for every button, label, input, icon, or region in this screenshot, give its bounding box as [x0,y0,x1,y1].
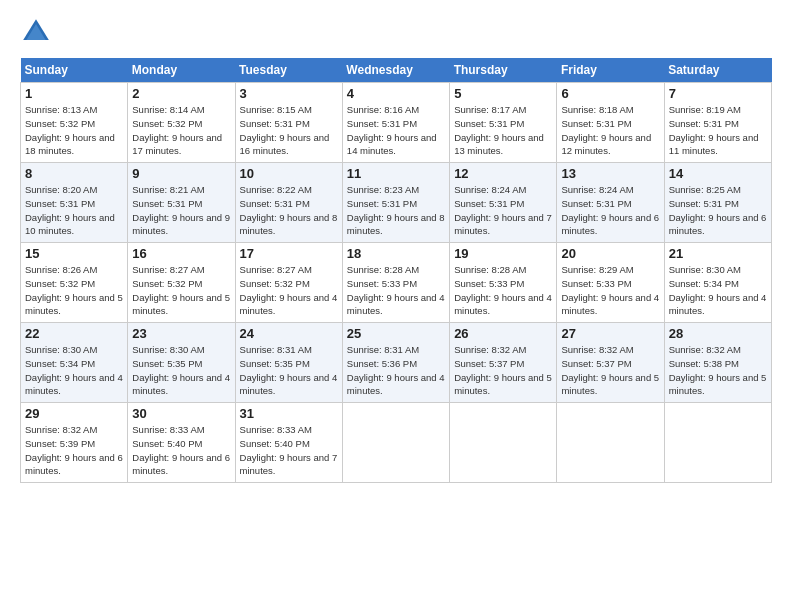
day-info: Sunrise: 8:25 AMSunset: 5:31 PMDaylight:… [669,184,767,236]
day-info: Sunrise: 8:31 AMSunset: 5:35 PMDaylight:… [240,344,338,396]
calendar-cell: 28 Sunrise: 8:32 AMSunset: 5:38 PMDaylig… [664,323,771,403]
calendar-cell: 14 Sunrise: 8:25 AMSunset: 5:31 PMDaylig… [664,163,771,243]
day-info: Sunrise: 8:30 AMSunset: 5:35 PMDaylight:… [132,344,230,396]
day-number: 17 [240,246,338,261]
day-number: 22 [25,326,123,341]
weekday-monday: Monday [128,58,235,83]
calendar-cell: 6 Sunrise: 8:18 AMSunset: 5:31 PMDayligh… [557,83,664,163]
day-info: Sunrise: 8:28 AMSunset: 5:33 PMDaylight:… [347,264,445,316]
day-number: 15 [25,246,123,261]
calendar-cell [342,403,449,483]
day-info: Sunrise: 8:15 AMSunset: 5:31 PMDaylight:… [240,104,330,156]
calendar-cell: 10 Sunrise: 8:22 AMSunset: 5:31 PMDaylig… [235,163,342,243]
day-number: 26 [454,326,552,341]
weekday-sunday: Sunday [21,58,128,83]
weekday-header-row: SundayMondayTuesdayWednesdayThursdayFrid… [21,58,772,83]
day-info: Sunrise: 8:23 AMSunset: 5:31 PMDaylight:… [347,184,445,236]
calendar-cell: 31 Sunrise: 8:33 AMSunset: 5:40 PMDaylig… [235,403,342,483]
day-number: 9 [132,166,230,181]
day-number: 21 [669,246,767,261]
week-row-5: 29 Sunrise: 8:32 AMSunset: 5:39 PMDaylig… [21,403,772,483]
calendar-cell: 9 Sunrise: 8:21 AMSunset: 5:31 PMDayligh… [128,163,235,243]
day-number: 24 [240,326,338,341]
day-info: Sunrise: 8:24 AMSunset: 5:31 PMDaylight:… [561,184,659,236]
calendar-cell: 22 Sunrise: 8:30 AMSunset: 5:34 PMDaylig… [21,323,128,403]
day-info: Sunrise: 8:22 AMSunset: 5:31 PMDaylight:… [240,184,338,236]
calendar-table: SundayMondayTuesdayWednesdayThursdayFrid… [20,58,772,483]
calendar-cell [450,403,557,483]
day-info: Sunrise: 8:16 AMSunset: 5:31 PMDaylight:… [347,104,437,156]
calendar-cell: 17 Sunrise: 8:27 AMSunset: 5:32 PMDaylig… [235,243,342,323]
day-number: 30 [132,406,230,421]
logo-icon [20,16,52,48]
header [20,16,772,48]
calendar-cell: 20 Sunrise: 8:29 AMSunset: 5:33 PMDaylig… [557,243,664,323]
day-number: 13 [561,166,659,181]
weekday-tuesday: Tuesday [235,58,342,83]
day-info: Sunrise: 8:32 AMSunset: 5:37 PMDaylight:… [561,344,659,396]
week-row-3: 15 Sunrise: 8:26 AMSunset: 5:32 PMDaylig… [21,243,772,323]
calendar-cell: 1 Sunrise: 8:13 AMSunset: 5:32 PMDayligh… [21,83,128,163]
calendar-cell: 5 Sunrise: 8:17 AMSunset: 5:31 PMDayligh… [450,83,557,163]
day-number: 3 [240,86,338,101]
day-info: Sunrise: 8:33 AMSunset: 5:40 PMDaylight:… [132,424,230,476]
calendar-cell [557,403,664,483]
day-number: 25 [347,326,445,341]
calendar-cell: 27 Sunrise: 8:32 AMSunset: 5:37 PMDaylig… [557,323,664,403]
day-number: 28 [669,326,767,341]
logo [20,16,58,48]
calendar-cell: 23 Sunrise: 8:30 AMSunset: 5:35 PMDaylig… [128,323,235,403]
day-number: 2 [132,86,230,101]
day-number: 12 [454,166,552,181]
day-info: Sunrise: 8:19 AMSunset: 5:31 PMDaylight:… [669,104,759,156]
calendar-cell: 12 Sunrise: 8:24 AMSunset: 5:31 PMDaylig… [450,163,557,243]
week-row-4: 22 Sunrise: 8:30 AMSunset: 5:34 PMDaylig… [21,323,772,403]
day-info: Sunrise: 8:32 AMSunset: 5:39 PMDaylight:… [25,424,123,476]
page: SundayMondayTuesdayWednesdayThursdayFrid… [0,0,792,612]
calendar-cell: 2 Sunrise: 8:14 AMSunset: 5:32 PMDayligh… [128,83,235,163]
weekday-saturday: Saturday [664,58,771,83]
day-info: Sunrise: 8:18 AMSunset: 5:31 PMDaylight:… [561,104,651,156]
calendar-cell: 4 Sunrise: 8:16 AMSunset: 5:31 PMDayligh… [342,83,449,163]
calendar-cell: 19 Sunrise: 8:28 AMSunset: 5:33 PMDaylig… [450,243,557,323]
calendar-cell: 11 Sunrise: 8:23 AMSunset: 5:31 PMDaylig… [342,163,449,243]
calendar-cell: 29 Sunrise: 8:32 AMSunset: 5:39 PMDaylig… [21,403,128,483]
calendar-cell: 25 Sunrise: 8:31 AMSunset: 5:36 PMDaylig… [342,323,449,403]
day-info: Sunrise: 8:14 AMSunset: 5:32 PMDaylight:… [132,104,222,156]
day-number: 6 [561,86,659,101]
day-number: 19 [454,246,552,261]
calendar-cell: 16 Sunrise: 8:27 AMSunset: 5:32 PMDaylig… [128,243,235,323]
day-info: Sunrise: 8:24 AMSunset: 5:31 PMDaylight:… [454,184,552,236]
day-number: 1 [25,86,123,101]
day-number: 7 [669,86,767,101]
weekday-friday: Friday [557,58,664,83]
day-number: 20 [561,246,659,261]
calendar-cell: 30 Sunrise: 8:33 AMSunset: 5:40 PMDaylig… [128,403,235,483]
day-info: Sunrise: 8:29 AMSunset: 5:33 PMDaylight:… [561,264,659,316]
day-number: 10 [240,166,338,181]
day-info: Sunrise: 8:30 AMSunset: 5:34 PMDaylight:… [25,344,123,396]
calendar-cell: 3 Sunrise: 8:15 AMSunset: 5:31 PMDayligh… [235,83,342,163]
day-info: Sunrise: 8:31 AMSunset: 5:36 PMDaylight:… [347,344,445,396]
day-info: Sunrise: 8:17 AMSunset: 5:31 PMDaylight:… [454,104,544,156]
day-info: Sunrise: 8:20 AMSunset: 5:31 PMDaylight:… [25,184,115,236]
calendar-cell: 26 Sunrise: 8:32 AMSunset: 5:37 PMDaylig… [450,323,557,403]
calendar-cell: 18 Sunrise: 8:28 AMSunset: 5:33 PMDaylig… [342,243,449,323]
day-info: Sunrise: 8:27 AMSunset: 5:32 PMDaylight:… [132,264,230,316]
day-number: 18 [347,246,445,261]
day-info: Sunrise: 8:27 AMSunset: 5:32 PMDaylight:… [240,264,338,316]
day-number: 14 [669,166,767,181]
weekday-thursday: Thursday [450,58,557,83]
calendar-cell: 24 Sunrise: 8:31 AMSunset: 5:35 PMDaylig… [235,323,342,403]
weekday-wednesday: Wednesday [342,58,449,83]
calendar-cell: 8 Sunrise: 8:20 AMSunset: 5:31 PMDayligh… [21,163,128,243]
day-number: 29 [25,406,123,421]
calendar-cell: 15 Sunrise: 8:26 AMSunset: 5:32 PMDaylig… [21,243,128,323]
day-info: Sunrise: 8:33 AMSunset: 5:40 PMDaylight:… [240,424,338,476]
day-number: 27 [561,326,659,341]
week-row-1: 1 Sunrise: 8:13 AMSunset: 5:32 PMDayligh… [21,83,772,163]
day-info: Sunrise: 8:26 AMSunset: 5:32 PMDaylight:… [25,264,123,316]
week-row-2: 8 Sunrise: 8:20 AMSunset: 5:31 PMDayligh… [21,163,772,243]
day-number: 11 [347,166,445,181]
calendar-cell: 13 Sunrise: 8:24 AMSunset: 5:31 PMDaylig… [557,163,664,243]
